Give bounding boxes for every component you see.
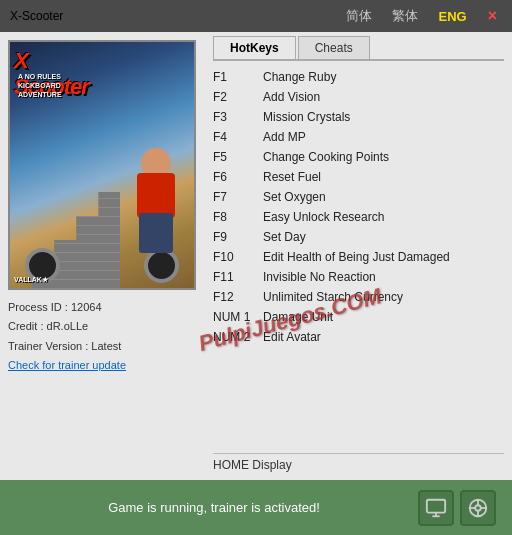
title-bar: X-Scooter 简体 繁体 ENG × [0, 0, 512, 32]
hotkey-desc: Mission Crystals [263, 108, 350, 126]
app-title: X-Scooter [10, 9, 63, 23]
hotkey-desc: Damage Unit [263, 308, 333, 326]
cover-char-legs [139, 213, 173, 253]
hotkey-key: F8 [213, 208, 263, 226]
hotkey-key: NUM 1 [213, 308, 263, 326]
hotkey-key: F11 [213, 268, 263, 286]
home-section: HOME Display [213, 453, 504, 476]
music-icon-button[interactable] [460, 490, 496, 526]
process-id-label: Process ID : 12064 [8, 301, 102, 313]
monitor-icon [425, 497, 447, 519]
lang-simplified[interactable]: 简体 [342, 5, 376, 27]
tab-cheats[interactable]: Cheats [298, 36, 370, 59]
status-bar: Game is running, trainer is activated! [0, 480, 512, 535]
hotkey-row[interactable]: F1Change Ruby [213, 67, 504, 87]
hotkey-key: F4 [213, 128, 263, 146]
hotkey-row[interactable]: F10Edit Health of Being Just Damaged [213, 247, 504, 267]
monitor-icon-button[interactable] [418, 490, 454, 526]
hotkey-row[interactable]: F8Easy Unlock Research [213, 207, 504, 227]
hotkey-list: F1Change RubyF2Add VisionF3Mission Cryst… [213, 67, 504, 447]
hotkey-key: F2 [213, 88, 263, 106]
hotkey-key: F1 [213, 68, 263, 86]
status-message: Game is running, trainer is activated! [16, 500, 412, 515]
hotkey-key: F7 [213, 188, 263, 206]
process-id-row: Process ID : 12064 [8, 300, 197, 315]
hotkey-desc: Change Cooking Points [263, 148, 389, 166]
lang-traditional[interactable]: 繁体 [388, 5, 422, 27]
hotkey-desc: Set Day [263, 228, 306, 246]
update-link-row[interactable]: Check for trainer update [8, 358, 197, 373]
hotkey-desc: Add MP [263, 128, 306, 146]
hotkey-desc: Invisible No Reaction [263, 268, 376, 286]
hotkey-row[interactable]: F3Mission Crystals [213, 107, 504, 127]
cover-char-torso [137, 173, 175, 218]
hotkey-key: F5 [213, 148, 263, 166]
hotkey-key: F6 [213, 168, 263, 186]
close-button[interactable]: × [483, 5, 502, 27]
tab-hotkeys[interactable]: HotKeys [213, 36, 296, 59]
hotkey-row[interactable]: F7Set Oxygen [213, 187, 504, 207]
hotkey-row[interactable]: F4Add MP [213, 127, 504, 147]
hotkey-key: F9 [213, 228, 263, 246]
credit-row: Credit : dR.oLLe [8, 319, 197, 334]
hotkey-desc: Add Vision [263, 88, 320, 106]
hotkey-desc: Edit Avatar [263, 328, 321, 346]
left-panel: XScooter A NO RULESKICKBOARDADVENTURE VA… [0, 32, 205, 480]
right-panel: HotKeys Cheats F1Change RubyF2Add Vision… [205, 32, 512, 480]
hotkey-desc: Easy Unlock Research [263, 208, 384, 226]
cover-game-subtitle: A NO RULESKICKBOARDADVENTURE [18, 72, 62, 99]
hotkey-desc: Unlimited Starch Currency [263, 288, 403, 306]
trainer-version-label: Trainer Version : Latest [8, 340, 121, 352]
hotkey-desc: Reset Fuel [263, 168, 321, 186]
hotkey-row[interactable]: NUM 2Edit Avatar [213, 327, 504, 347]
credit-value: dR.oLLe [47, 320, 89, 332]
music-icon [467, 497, 489, 519]
trainer-version-row: Trainer Version : Latest [8, 339, 197, 354]
hotkey-desc: Edit Health of Being Just Damaged [263, 248, 450, 266]
hotkey-row[interactable]: F11Invisible No Reaction [213, 267, 504, 287]
hotkey-row[interactable]: F9Set Day [213, 227, 504, 247]
hotkey-row[interactable]: F6Reset Fuel [213, 167, 504, 187]
hotkey-key: F12 [213, 288, 263, 306]
hotkey-desc: Change Ruby [263, 68, 336, 86]
svg-rect-0 [427, 499, 445, 512]
tab-bar: HotKeys Cheats [213, 36, 504, 61]
hotkey-key: F3 [213, 108, 263, 126]
hotkey-key: NUM 2 [213, 328, 263, 346]
hotkey-row[interactable]: NUM 1Damage Unit [213, 307, 504, 327]
hotkey-desc: Set Oxygen [263, 188, 326, 206]
hotkey-key: F10 [213, 248, 263, 266]
lang-english[interactable]: ENG [434, 7, 470, 26]
main-content: XScooter A NO RULESKICKBOARDADVENTURE VA… [0, 32, 512, 480]
hotkey-row[interactable]: F5Change Cooking Points [213, 147, 504, 167]
title-bar-controls: 简体 繁体 ENG × [342, 5, 502, 27]
credit-label: Credit : [8, 320, 43, 332]
svg-point-4 [475, 505, 481, 511]
info-section: Process ID : 12064 Credit : dR.oLLe Trai… [8, 296, 197, 382]
hotkey-row[interactable]: F12Unlimited Starch Currency [213, 287, 504, 307]
game-cover-image: XScooter A NO RULESKICKBOARDADVENTURE VA… [8, 40, 196, 290]
update-link[interactable]: Check for trainer update [8, 359, 126, 371]
hotkey-row[interactable]: F2Add Vision [213, 87, 504, 107]
cover-logo: VALLAK★ [14, 276, 48, 284]
home-display-label: HOME Display [213, 458, 292, 472]
